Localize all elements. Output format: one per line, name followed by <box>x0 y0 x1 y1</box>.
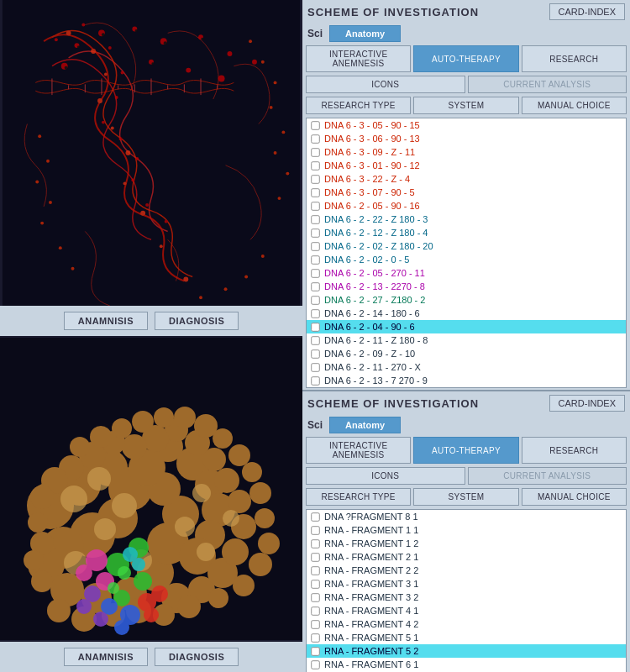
top-card-index-button[interactable]: CARD-INDEX <box>549 3 625 20</box>
top-sci-label: Sci <box>307 28 323 39</box>
list-item[interactable]: DNA 6 - 3 - 01 - 90 - 12 <box>307 159 626 172</box>
list-item[interactable]: DNA 6 - 2 - 02 - Z 180 - 20 <box>307 239 626 253</box>
top-visualization <box>0 0 302 306</box>
svg-point-145 <box>223 510 239 527</box>
list-item[interactable]: DNA 6 - 2 - 05 - 90 - 16 <box>307 199 626 213</box>
diagnosis-button-bottom[interactable]: DIAGNOSIS <box>155 648 239 666</box>
main-container: ANAMNISIS DIAGNOSIS <box>0 0 630 672</box>
svg-point-134 <box>112 418 132 438</box>
list-item[interactable]: RNA - FRAGMENT 2 1 <box>307 550 626 564</box>
svg-point-144 <box>192 484 211 502</box>
svg-point-114 <box>31 570 53 592</box>
list-item[interactable]: DNA ?FRAGMENT 8 1 <box>307 510 626 523</box>
top-tab-research-type[interactable]: RESEARCH TYPE <box>306 97 411 114</box>
list-item[interactable]: DNA 6 - 2 - 05 - 270 - 11 <box>307 266 626 280</box>
svg-point-132 <box>154 407 174 428</box>
list-item[interactable]: DNA 6 - 2 - 13 - 7 270 - 9 <box>307 374 626 387</box>
bottom-visualization <box>0 336 302 642</box>
svg-point-26 <box>121 71 124 75</box>
bottom-tab-research-type[interactable]: RESEARCH TYPE <box>306 488 411 506</box>
list-item[interactable]: DNA 6 - 2 - 09 - Z - 10 <box>307 347 626 360</box>
svg-point-37 <box>49 201 52 204</box>
bottom-tab-research[interactable]: RESEARCH <box>522 437 627 464</box>
svg-point-58 <box>228 51 233 56</box>
list-item[interactable]: DNA 6 - 2 - 12 - Z 180 - 4 <box>307 226 626 239</box>
bottom-list[interactable]: DNA ?FRAGMENT 8 1RNA - FRAGMENT 1 1RNA -… <box>306 509 627 672</box>
list-item[interactable]: RNA - FRAGMENT 5 2 <box>307 644 626 658</box>
svg-point-139 <box>112 493 137 518</box>
bottom-card-index-button[interactable]: CARD-INDEX <box>549 395 625 412</box>
svg-point-111 <box>28 512 48 533</box>
list-item[interactable]: DNA 6 - 3 - 09 - Z - 11 <box>307 145 626 159</box>
bottom-anatomy-button[interactable]: Anatomy <box>329 417 401 433</box>
diagnosis-button-top[interactable]: DIAGNOSIS <box>155 312 239 330</box>
top-list[interactable]: DNA 6 - 3 - 05 - 90 - 15DNA 6 - 3 - 06 -… <box>306 118 627 388</box>
svg-point-31 <box>131 178 134 181</box>
svg-point-159 <box>144 607 159 622</box>
left-panel: ANAMNISIS DIAGNOSIS <box>0 0 302 672</box>
list-item[interactable]: DNA 6 - 2 - 11 - Z 180 - 8 <box>307 333 626 347</box>
list-item[interactable]: DNA 6 - 2 - 04 - 90 - 6 <box>307 320 626 333</box>
list-item[interactable]: RNA - FRAGMENT 5 1 <box>307 631 626 644</box>
svg-point-38 <box>40 222 44 225</box>
bottom-tab-system[interactable]: SYSTEM <box>413 488 518 506</box>
top-anatomy-button[interactable]: Anatomy <box>329 25 401 42</box>
top-tab-auto-therapy[interactable]: AUTO-THERAPY <box>413 45 518 72</box>
svg-point-66 <box>135 29 138 32</box>
list-item[interactable]: RNA - FRAGMENT 1 1 <box>307 523 626 537</box>
top-tab-system[interactable]: SYSTEM <box>413 97 518 114</box>
svg-point-32 <box>145 203 149 207</box>
list-item[interactable]: RNA - FRAGMENT 3 2 <box>307 591 626 604</box>
svg-point-135 <box>90 426 112 448</box>
list-item[interactable]: RNA - FRAGMENT 2 2 <box>307 564 626 577</box>
svg-point-138 <box>87 467 111 491</box>
list-item[interactable]: RNA - FRAGMENT 6 1 <box>307 658 626 671</box>
bottom-tab-icons[interactable]: ICONS <box>306 467 465 485</box>
anamnesis-button-bottom[interactable]: ANAMNISIS <box>64 648 148 666</box>
svg-point-140 <box>94 518 116 540</box>
svg-point-97 <box>222 538 249 565</box>
list-item[interactable]: RNA - FRAGMENT 3 1 <box>307 577 626 591</box>
svg-point-21 <box>160 244 163 248</box>
svg-point-120 <box>177 595 201 618</box>
list-item[interactable]: DNA 6 - 2 - 27 - Z180 - 2 <box>307 293 626 307</box>
anamnesis-button-top[interactable]: ANAMNISIS <box>64 312 148 330</box>
svg-point-110 <box>30 486 54 509</box>
svg-point-153 <box>76 564 92 581</box>
bottom-tab-manual-choice[interactable]: MANUAL CHOICE <box>522 488 627 506</box>
top-tab-research[interactable]: RESEARCH <box>522 45 627 72</box>
list-item[interactable]: DNA 6 - 3 - 06 - 90 - 13 <box>307 132 626 145</box>
list-item[interactable]: DNA 6 - 3 - 05 - 90 - 15 <box>307 118 626 132</box>
svg-point-48 <box>278 197 281 200</box>
list-item[interactable]: DNA 6 - 2 - 11 - 270 - X <box>307 360 626 374</box>
svg-point-166 <box>108 582 119 594</box>
svg-point-115 <box>47 599 71 622</box>
svg-point-122 <box>233 575 255 596</box>
list-item[interactable]: RNA - FRAGMENT 4 2 <box>307 617 626 631</box>
top-tab-manual-choice[interactable]: MANUAL CHOICE <box>522 97 627 114</box>
top-scheme-block: SCHEME OF INVESTIGATION CARD-INDEX Sci A… <box>302 0 630 391</box>
top-tab-current-analysis[interactable]: CURRENT ANALYSIS <box>468 76 627 93</box>
list-item[interactable]: DNA 6 - 2 - 14 - 180 - 6 <box>307 307 626 320</box>
list-item[interactable]: DNA 6 - 3 - 07 - 90 - 5 <box>307 186 626 199</box>
top-scheme-header: SCHEME OF INVESTIGATION CARD-INDEX <box>302 0 630 24</box>
list-item[interactable]: DNA 6 - 2 - 22 - Z 180 - 3 <box>307 213 626 226</box>
svg-point-24 <box>81 24 85 27</box>
svg-point-61 <box>186 68 191 73</box>
svg-point-19 <box>123 181 127 185</box>
list-item[interactable]: DNA 6 - 2 - 13 - 2270 - 8 <box>307 280 626 293</box>
bottom-tab-interactive-anemnesis[interactable]: INTERACTIVE ANEMNESIS <box>306 437 411 464</box>
bottom-tabs-row2: ICONS CURRENT ANALYSIS <box>302 465 630 486</box>
list-item[interactable]: RNA - FRAGMENT 4 1 <box>307 604 626 617</box>
bottom-tab-auto-therapy[interactable]: AUTO-THERAPY <box>413 437 518 464</box>
list-item[interactable]: DNA 6 - 3 - 22 - Z - 4 <box>307 172 626 186</box>
list-item[interactable]: DNA 6 - 2 - 02 - 0 - 5 <box>307 253 626 266</box>
svg-point-47 <box>286 172 289 176</box>
bottom-scheme-header: SCHEME OF INVESTIGATION CARD-INDEX <box>302 391 630 415</box>
top-tab-interactive-anemnesis[interactable]: INTERACTIVE ANEMNESIS <box>306 45 411 72</box>
list-item[interactable]: RNA - FRAGMENT 1 2 <box>307 537 626 550</box>
svg-point-14 <box>91 49 96 54</box>
top-tab-icons[interactable]: ICONS <box>306 76 465 93</box>
bottom-tab-current-analysis[interactable]: CURRENT ANALYSIS <box>468 467 627 485</box>
bottom-viz-controls: ANAMNISIS DIAGNOSIS <box>0 642 302 672</box>
